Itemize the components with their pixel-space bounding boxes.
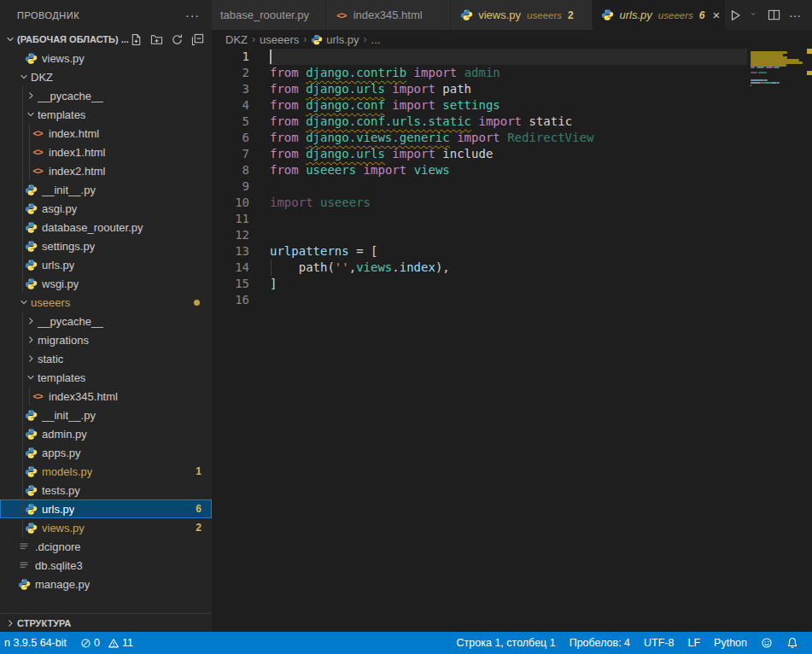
- tree-folder-migrations[interactable]: migrations: [0, 330, 212, 349]
- encoding-status[interactable]: UTF-8: [637, 632, 681, 654]
- tree-file-models-py[interactable]: models.py1: [0, 462, 212, 481]
- close-icon[interactable]: ×: [712, 9, 720, 21]
- chevron-right-icon: [3, 616, 17, 630]
- python-file-icon: [24, 239, 38, 253]
- code-line-10[interactable]: 10import useeers: [212, 195, 812, 211]
- code-line-14[interactable]: 14 path('',views.index),: [212, 260, 812, 276]
- code-line-3[interactable]: 3from django.urls import path: [212, 81, 812, 97]
- tree-item-label: wsgi.py: [42, 277, 79, 290]
- tab-index345-html[interactable]: <>index345.html: [326, 0, 452, 30]
- chevron-down-icon: [3, 32, 17, 46]
- tree-item-label: manage.py: [35, 578, 90, 591]
- tab-label: tabase_roouter.py: [220, 9, 309, 21]
- code-line-5[interactable]: 5from django.conf.urls.static import sta…: [212, 114, 812, 130]
- run-dropdown-chevron-icon[interactable]: [748, 5, 762, 26]
- code-line-16[interactable]: 16: [212, 292, 812, 308]
- explorer-more-actions-icon[interactable]: ···: [185, 9, 200, 22]
- code-line-9[interactable]: 9: [212, 178, 812, 195]
- breadcrumb-item-urls-py[interactable]: urls.py: [311, 33, 359, 46]
- outline-section-header[interactable]: СТРУКТУРА: [0, 613, 212, 632]
- tree-file-admin-py[interactable]: admin.py: [0, 424, 212, 443]
- explorer-sidebar: ПРОВОДНИК ··· (РАБОЧАЯ ОБЛАСТЬ) ... view…: [0, 0, 212, 632]
- tree-file--dcignore[interactable]: .dcignore: [0, 537, 212, 556]
- tree-folder-templates[interactable]: templates: [0, 105, 212, 124]
- overview-ruler[interactable]: [807, 49, 812, 632]
- python-file-icon: [24, 446, 38, 459]
- tree-file-index345-html[interactable]: <>index345.html: [0, 387, 212, 406]
- more-actions-icon[interactable]: ···: [786, 5, 803, 26]
- code-line-11[interactable]: 11: [212, 211, 812, 227]
- breadcrumb-item--[interactable]: ...: [371, 33, 381, 46]
- tab-tabase-roouter-py[interactable]: tabase_roouter.py: [212, 0, 326, 30]
- tree-folder--pycache-[interactable]: __pycache__: [0, 86, 212, 105]
- tree-indent-guide: [29, 124, 30, 143]
- python-interpreter-status[interactable]: n 3.9.5 64-bit: [0, 632, 73, 654]
- tree-indent-guide: [22, 443, 23, 462]
- problems-status[interactable]: 0 11: [73, 632, 145, 654]
- breadcrumb-separator: ›: [303, 33, 307, 45]
- cursor-position-status[interactable]: Строка 1, столбец 1: [450, 632, 563, 654]
- chevron-down-icon: [24, 108, 38, 121]
- tree-folder--pycache-[interactable]: __pycache__: [0, 312, 212, 330]
- tree-folder-templates[interactable]: templates: [0, 368, 212, 387]
- code-line-8[interactable]: 8from useeers import views: [212, 162, 812, 178]
- run-button[interactable]: [726, 5, 745, 26]
- tab-urls-py[interactable]: urls.pyuseeers6×: [593, 0, 726, 30]
- language-mode-status[interactable]: Python: [707, 632, 754, 654]
- notifications-bell-icon[interactable]: [780, 632, 805, 654]
- tree-file-urls-py[interactable]: urls.py: [0, 255, 212, 274]
- feedback-icon[interactable]: [754, 632, 780, 654]
- breadcrumb-item-useeers[interactable]: useeers: [260, 33, 299, 46]
- line-number: 1: [212, 49, 249, 65]
- tree-file-index-html[interactable]: <>index.html: [0, 124, 212, 143]
- tree-file-views-py[interactable]: views.py2: [0, 518, 212, 537]
- tree-file-asgi-py[interactable]: asgi.py: [0, 199, 212, 218]
- text-file-icon: [17, 558, 31, 572]
- code-line-7[interactable]: 7from django.urls import include: [212, 146, 812, 162]
- code-line-12[interactable]: 12: [212, 227, 812, 243]
- tree-folder-static[interactable]: static: [0, 349, 212, 368]
- new-file-icon[interactable]: [129, 32, 143, 47]
- tree-file--init-py[interactable]: __init__.py: [0, 180, 212, 199]
- code-line-15[interactable]: 15]: [212, 276, 812, 292]
- code-line-2[interactable]: 2from django.contrib import admin: [212, 65, 812, 81]
- collapse-all-icon[interactable]: [190, 32, 205, 47]
- tree-file-urls-py[interactable]: urls.py6: [0, 499, 212, 518]
- python-file-icon: [24, 521, 38, 534]
- chevron-right-icon: [24, 89, 38, 102]
- tree-file--init-py[interactable]: __init__.py: [0, 406, 212, 424]
- code-line-13[interactable]: 13urlpatterns = [: [212, 243, 812, 260]
- breadcrumb-item-dkz[interactable]: DKZ: [225, 33, 248, 46]
- workspace-section-header[interactable]: (РАБОЧАЯ ОБЛАСТЬ) ...: [0, 30, 212, 49]
- tree-file-manage-py[interactable]: manage.py: [0, 575, 212, 593]
- code-line-6[interactable]: 6from django.views.generic import Redire…: [212, 130, 812, 146]
- tree-folder-useeers[interactable]: useeers: [0, 293, 212, 312]
- eol-status[interactable]: LF: [681, 632, 707, 654]
- tree-file-index2-html[interactable]: <>index2.html: [0, 161, 212, 180]
- tree-file-index1-html[interactable]: <>index1.html: [0, 143, 212, 161]
- tree-folder-dkz[interactable]: DKZ: [0, 67, 212, 86]
- tree-file-tests-py[interactable]: tests.py: [0, 481, 212, 499]
- tree-file-db-sqlite3[interactable]: db.sqlite3: [0, 556, 212, 575]
- code-line-4[interactable]: 4from django.conf import settings: [212, 97, 812, 114]
- tree-indent-guide: [29, 143, 30, 161]
- breadcrumb-separator: ›: [252, 33, 255, 45]
- breadcrumb-label: ...: [371, 33, 381, 46]
- minimap-code-line: [751, 72, 757, 73]
- tab-views-py[interactable]: views.pyuseeers2: [451, 0, 592, 30]
- split-editor-icon[interactable]: [765, 5, 783, 26]
- tree-file-views-py[interactable]: views.py: [0, 49, 212, 67]
- code-line-1[interactable]: 1: [212, 49, 812, 65]
- tree-item-label: DKZ: [31, 71, 53, 84]
- tree-file-database-roouter-py[interactable]: database_roouter.py: [0, 218, 212, 236]
- tree-file-apps-py[interactable]: apps.py: [0, 443, 212, 462]
- tree-file-wsgi-py[interactable]: wsgi.py: [0, 274, 212, 293]
- tree-file-settings-py[interactable]: settings.py: [0, 236, 212, 255]
- problems-count-badge: 1: [196, 465, 202, 477]
- tree-indent-guide: [22, 499, 23, 518]
- new-folder-icon[interactable]: [149, 32, 164, 47]
- indentation-status[interactable]: Пробелов: 4: [563, 632, 637, 654]
- minimap[interactable]: [747, 49, 807, 632]
- refresh-icon[interactable]: [170, 32, 184, 47]
- code-editor[interactable]: 12from django.contrib import admin3from …: [212, 49, 812, 632]
